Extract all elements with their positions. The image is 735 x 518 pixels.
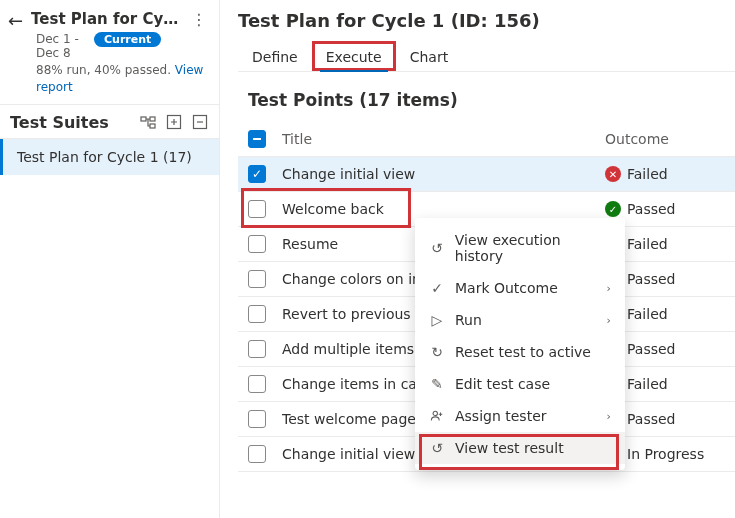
section-title: Test Points (17 items) [238,72,735,122]
menu-view-result[interactable]: ↺ View test result [415,432,625,464]
failed-icon: ✕ [605,166,621,182]
plan-title: Test Plan for Cycle [31,10,181,28]
select-all-checkbox[interactable] [248,130,266,148]
svg-rect-2 [150,124,155,128]
passed-icon: ✓ [605,201,621,217]
svg-rect-1 [150,117,155,121]
tabs: Define Execute Chart [238,41,735,72]
menu-assign[interactable]: Assign tester › [415,400,625,432]
date-range: Dec 1 - Dec 8 [36,32,86,60]
person-icon [429,409,445,423]
row-checkbox[interactable] [248,375,266,393]
row-title: Change initial view [282,166,605,182]
history-icon: ↺ [429,440,445,456]
menu-run[interactable]: ▷ Run › [415,304,625,336]
menu-view-history[interactable]: ↺ View execution history [415,224,625,272]
test-suites-header: Test Suites [10,113,131,132]
back-arrow-icon[interactable]: ← [8,10,23,30]
row-checkbox[interactable] [248,410,266,428]
pencil-icon: ✎ [429,376,445,392]
chevron-right-icon: › [607,410,611,423]
tab-define[interactable]: Define [238,41,312,71]
row-checkbox[interactable] [248,340,266,358]
check-icon: ✓ [429,280,445,296]
reset-icon: ↻ [429,344,445,360]
chevron-right-icon: › [607,314,611,327]
row-outcome: ✕Failed [605,166,725,182]
suite-item[interactable]: Test Plan for Cycle 1 (17) [0,139,219,175]
table-row[interactable]: ✓Change initial view✕Failed [238,157,735,192]
tab-execute[interactable]: Execute [312,41,396,71]
collapse-suite-icon[interactable] [191,113,209,131]
row-checkbox[interactable] [248,235,266,253]
row-checkbox[interactable] [248,445,266,463]
tab-chart[interactable]: Chart [396,41,462,71]
history-icon: ↺ [429,240,445,256]
menu-reset[interactable]: ↻ Reset test to active [415,336,625,368]
row-outcome: ✓Passed [605,201,725,217]
page-title: Test Plan for Cycle 1 (ID: 156) [238,6,735,41]
svg-point-5 [433,411,437,415]
menu-edit[interactable]: ✎ Edit test case [415,368,625,400]
sidebar: ← Test Plan for Cycle ⋮ Dec 1 - Dec 8 Cu… [0,0,220,518]
run-stats: 88% run, 40% passed. [36,63,175,77]
col-outcome: Outcome [605,131,725,147]
add-suite-icon[interactable] [165,113,183,131]
row-checkbox[interactable]: ✓ [248,165,266,183]
play-icon: ▷ [429,312,445,328]
row-title: Welcome back [282,201,605,217]
menu-mark-outcome[interactable]: ✓ Mark Outcome › [415,272,625,304]
more-icon[interactable]: ⋮ [189,10,209,29]
chevron-right-icon: › [607,282,611,295]
grid-header: Title Outcome [238,122,735,157]
context-menu: ↺ View execution history ✓ Mark Outcome … [415,218,625,470]
row-checkbox[interactable] [248,305,266,323]
row-checkbox[interactable] [248,200,266,218]
svg-rect-0 [141,117,146,121]
current-badge: Current [94,32,161,47]
row-checkbox[interactable] [248,270,266,288]
col-title: Title [282,131,605,147]
suites-tree-icon[interactable] [139,113,157,131]
